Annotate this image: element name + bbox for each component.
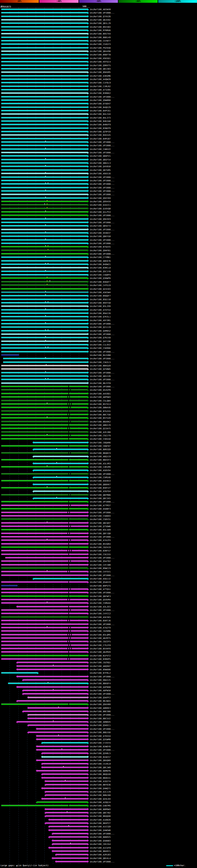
hit-bar[interactable] (1, 435, 88, 436)
hit-label[interactable]: UniRef100_B957X4 (90, 33, 110, 35)
hit-label[interactable]: UniRef100_UPI000... (90, 141, 114, 144)
hit-bar[interactable] (1, 16, 88, 17)
hit-bar[interactable] (1, 103, 88, 104)
hit-bar[interactable] (1, 309, 88, 311)
hit-label[interactable]: UniRef100_C0QF87 (90, 445, 110, 447)
hit-bar[interactable] (1, 375, 88, 377)
hit-bar[interactable] (1, 33, 88, 34)
hit-bar[interactable] (1, 155, 88, 157)
hit-bar[interactable] (1, 148, 88, 150)
hit-label[interactable]: UniRef100_UPI000... (90, 623, 114, 626)
hit-bar[interactable] (1, 177, 88, 178)
hit-label[interactable]: UniRef100_Q0V4L4 (90, 857, 110, 860)
hit-bar[interactable] (1, 124, 88, 125)
hit-bar[interactable] (1, 162, 88, 164)
hit-label[interactable]: UniRef100_UPI000... (90, 609, 114, 612)
hit-bar[interactable] (1, 459, 88, 461)
hit-bar[interactable] (1, 225, 88, 227)
hit-bar[interactable] (1, 256, 88, 258)
hit-label[interactable]: UniRef100_Q6FJQ0 (90, 532, 110, 535)
hit-label[interactable]: UniRef100_B3R6K2 (90, 92, 110, 95)
hit-label[interactable]: UniRef100_C5KR66 (90, 347, 110, 349)
hit-bar[interactable] (1, 599, 88, 600)
hit-label[interactable]: UniRef100_A6ZRT5 (90, 637, 110, 640)
hit-bar[interactable] (1, 291, 88, 293)
hit-bar[interactable] (1, 386, 88, 388)
hit-bar[interactable] (1, 396, 88, 398)
hit-label[interactable]: UniRef100_O59837 (90, 232, 110, 234)
hit-label[interactable]: UniRef100_B9XYS0 (90, 302, 110, 304)
hit-label[interactable]: UniRef100_C0QAR6 (90, 441, 110, 444)
hit-label[interactable]: UniRef100_A2QQJ4 (90, 801, 110, 804)
hit-bar[interactable] (1, 274, 88, 276)
hit-label[interactable]: UniRef100_B8M9W3 (90, 808, 110, 811)
hit-bar[interactable] (42, 767, 88, 768)
hit-bar[interactable] (1, 127, 88, 129)
hit-label[interactable]: UniRef100_Q66PZ1 (90, 155, 110, 157)
hit-label[interactable]: UniRef100_Q5A7D2 (90, 560, 110, 563)
hit-bar[interactable] (1, 299, 88, 300)
hit-bar[interactable] (1, 295, 88, 297)
hit-bar[interactable] (1, 508, 88, 509)
hit-label[interactable]: UniRef100_B9I5N3 (90, 26, 110, 28)
hit-bar[interactable] (1, 61, 88, 63)
hit-label[interactable]: UniRef100_B6H9Y1 (90, 850, 110, 852)
hit-label[interactable]: UniRef100_A4S9D1 (90, 393, 110, 395)
hit-bar[interactable] (1, 30, 88, 31)
hit-bar[interactable] (1, 372, 88, 373)
hit-bar[interactable] (1, 344, 88, 345)
hit-bar[interactable] (1, 222, 88, 223)
hit-label[interactable]: UniRef100_Q6FM86 (90, 494, 110, 496)
hit-bar[interactable] (1, 560, 88, 562)
hit-label[interactable]: UniRef100_Q9RXT5 (90, 64, 110, 67)
hit-label[interactable]: UniRef100_A1D274 (90, 780, 110, 783)
hit-label[interactable]: UniRef100_C5DV31 (90, 518, 110, 521)
hit-label[interactable]: UniRef100_B4G545 (90, 134, 110, 136)
hit-label[interactable]: UniRef100_A3GFD4 (90, 490, 110, 493)
hit-bar[interactable] (1, 641, 88, 642)
hit-label[interactable]: UniRef100_A9Y3M1 (90, 319, 110, 322)
hit-label[interactable]: UniRef100_UPI000... (90, 693, 114, 695)
hit-bar[interactable] (1, 533, 88, 534)
hit-label[interactable]: UniRef100_UPI000... (90, 372, 114, 374)
hit-bar[interactable] (50, 826, 88, 827)
hit-bar[interactable] (1, 581, 88, 583)
hit-label[interactable]: UniRef100_Q4WQ71 (90, 787, 110, 790)
hit-bar[interactable] (1, 428, 88, 429)
hit-label[interactable]: UniRef100_B9QQF7 (90, 295, 110, 297)
hit-label[interactable]: UniRef100_Q6CIK5 (90, 497, 110, 500)
hit-label[interactable]: UniRef100_B6A9K2 (90, 421, 110, 423)
hit-label[interactable]: UniRef100_Q36WP6 (90, 277, 110, 280)
hit-label[interactable]: UniRef100_UPI000... (90, 180, 114, 182)
hit-label[interactable]: UniRef100_Q59VM4 (90, 598, 110, 601)
hit-label[interactable]: UniRef100_A0D2J9 (90, 424, 110, 427)
hit-bar[interactable] (1, 704, 88, 705)
hit-label[interactable]: UniRef100_A7TM37 (90, 504, 110, 507)
hit-bar[interactable] (1, 194, 88, 195)
hit-bar[interactable] (53, 833, 88, 834)
hit-bar[interactable] (53, 850, 88, 852)
hit-label[interactable]: UniRef100_A1CUF0 (90, 847, 110, 849)
hit-label[interactable]: UniRef100_K9U5D1 (90, 57, 110, 60)
hit-bar[interactable] (1, 215, 88, 216)
hit-bar[interactable] (1, 51, 88, 52)
hit-bar[interactable] (1, 421, 88, 423)
hit-bar[interactable] (1, 82, 88, 84)
hit-bar[interactable] (1, 40, 88, 41)
hit-label[interactable]: UniRef100_C4WSZ2 (90, 148, 110, 151)
hit-bar[interactable] (34, 470, 88, 471)
hit-bar[interactable] (1, 539, 88, 541)
hit-label[interactable]: UniRef100_B5RTZ7 (90, 487, 110, 489)
hit-bar[interactable] (1, 505, 88, 506)
hit-bar[interactable] (1, 260, 88, 262)
hit-label[interactable]: UniRef100_A7TQS1 (90, 588, 110, 591)
hit-bar[interactable] (46, 784, 88, 785)
hit-bar[interactable] (1, 169, 88, 171)
hit-label[interactable]: UniRef100_Q5KPF2 (90, 696, 110, 699)
hit-bar[interactable] (29, 718, 88, 719)
hit-bar[interactable] (29, 724, 88, 726)
hit-label[interactable]: UniRef100_Q6KYG0 (90, 235, 110, 238)
hit-label[interactable]: UniRef100_Q04498 (90, 50, 110, 53)
hit-bar[interactable] (1, 110, 88, 112)
hit-bar[interactable] (1, 134, 88, 136)
